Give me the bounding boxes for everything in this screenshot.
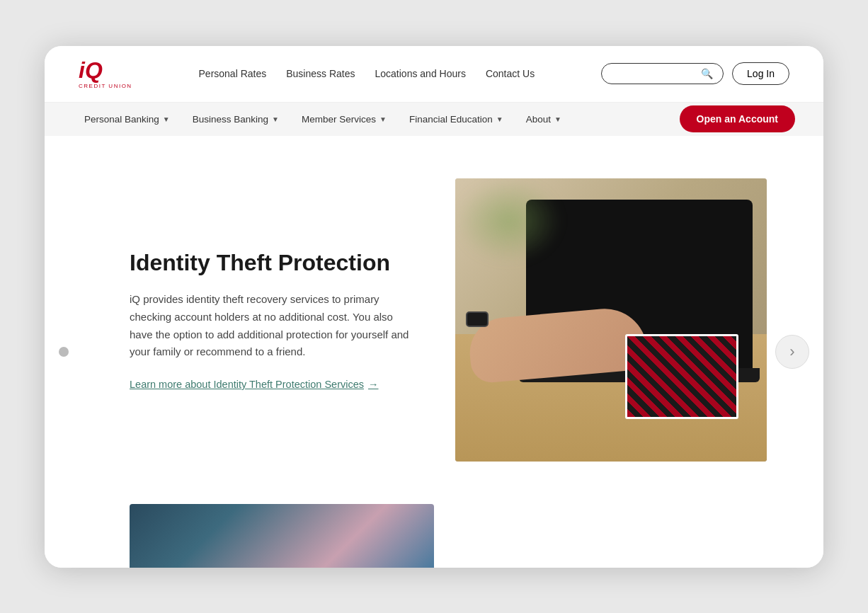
- hero-section: Identity Theft Protection iQ provides id…: [45, 136, 823, 504]
- logo-area: iQ CREDIT UNION: [79, 59, 132, 89]
- watch: [466, 311, 489, 327]
- laptop-scene: [455, 178, 767, 462]
- nav-item-financial-education[interactable]: Financial Education ▼: [398, 103, 515, 136]
- chevron-down-icon: ▼: [554, 115, 561, 123]
- top-nav-contact[interactable]: Contact Us: [486, 68, 535, 79]
- top-nav-personal-rates[interactable]: Personal Rates: [199, 68, 267, 79]
- background-blur: [455, 178, 561, 263]
- hero-text: Identity Theft Protection iQ provides id…: [130, 248, 413, 391]
- carousel-dot-active[interactable]: [59, 347, 69, 357]
- secondary-nav: Personal Banking ▼ Business Banking ▼ Me…: [45, 103, 823, 136]
- notebook: [625, 334, 738, 419]
- bottom-strip: [130, 504, 767, 568]
- logo-iq: iQ: [79, 57, 103, 83]
- top-right: 🔍 Log In: [601, 62, 789, 85]
- hero-title: Identity Theft Protection: [130, 248, 413, 277]
- notebook-pattern: [627, 336, 736, 417]
- login-button[interactable]: Log In: [732, 62, 789, 85]
- top-nav-locations[interactable]: Locations and Hours: [375, 68, 466, 79]
- search-box[interactable]: 🔍: [601, 63, 724, 84]
- nav-item-personal-banking[interactable]: Personal Banking ▼: [73, 103, 181, 136]
- nav-item-about[interactable]: About ▼: [515, 103, 573, 136]
- hero-learn-more-link[interactable]: Learn more about Identity Theft Protecti…: [130, 379, 379, 390]
- logo-subtitle: CREDIT UNION: [79, 83, 132, 89]
- top-bar: iQ CREDIT UNION Personal Rates Business …: [45, 46, 823, 103]
- nav-item-member-services[interactable]: Member Services ▼: [290, 103, 398, 136]
- top-nav: Personal Rates Business Rates Locations …: [132, 68, 601, 79]
- hero-description: iQ provides identity theft recovery serv…: [130, 291, 413, 361]
- chevron-down-icon: ▼: [496, 115, 503, 123]
- arrow-icon: →: [368, 379, 379, 390]
- chevron-down-icon: ▼: [163, 115, 170, 123]
- device-frame: iQ CREDIT UNION Personal Rates Business …: [45, 46, 823, 568]
- chevron-down-icon: ▼: [379, 115, 387, 123]
- carousel-next-button[interactable]: [775, 335, 809, 369]
- nav-item-business-banking[interactable]: Business Banking ▼: [181, 103, 290, 136]
- chevron-down-icon: ▼: [272, 115, 279, 123]
- hero-image: [455, 178, 767, 462]
- open-account-button[interactable]: Open an Account: [680, 105, 795, 132]
- secondary-nav-links: Personal Banking ▼ Business Banking ▼ Me…: [73, 103, 573, 136]
- search-input[interactable]: [612, 68, 697, 79]
- top-nav-business-rates[interactable]: Business Rates: [286, 68, 355, 79]
- search-icon: 🔍: [701, 68, 713, 79]
- main-content: Identity Theft Protection iQ provides id…: [45, 136, 823, 568]
- bottom-strip-image: [130, 504, 434, 568]
